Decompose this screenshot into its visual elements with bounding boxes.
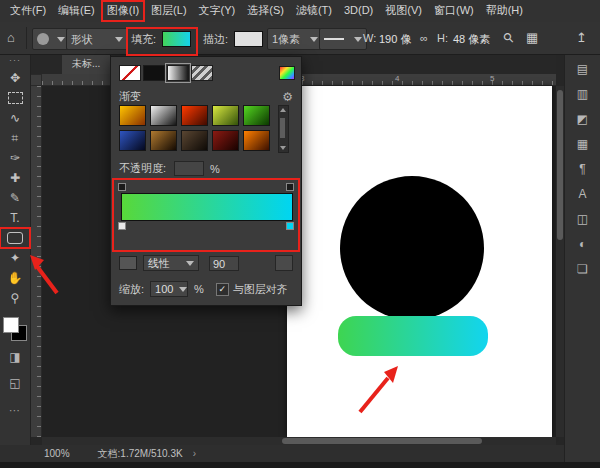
canvas-artboard[interactable]	[287, 86, 552, 437]
color-stop-right[interactable]	[286, 222, 294, 230]
horizontal-scrollbar[interactable]	[42, 437, 556, 445]
share-icon[interactable]: ↥	[576, 30, 587, 46]
link-dimensions-icon[interactable]: ∞	[420, 30, 428, 46]
opacity-stop-left[interactable]	[118, 183, 126, 191]
gradient-preset-10[interactable]	[243, 130, 270, 151]
stroke-line-icon	[324, 38, 344, 40]
gradient-preset-2[interactable]	[150, 105, 177, 126]
pattern-fill-button[interactable]	[191, 65, 213, 81]
align-layer-checkbox[interactable]: ✓	[216, 283, 229, 296]
fill-swatch[interactable]	[162, 31, 191, 47]
menu-item-5[interactable]: 文字(Y)	[193, 0, 242, 22]
presets-scrollbar[interactable]	[278, 105, 289, 153]
color-stop-left[interactable]	[118, 222, 126, 230]
layers-panel-icon[interactable]: ❏	[571, 260, 595, 280]
document-tab[interactable]: 未标...	[62, 54, 111, 74]
paragraph-panel-icon[interactable]: ¶	[571, 160, 595, 180]
angle-input[interactable]: 90	[209, 256, 239, 271]
screen-mode-icon[interactable]: ◱	[0, 374, 30, 394]
gradient-preset-6[interactable]	[119, 130, 146, 151]
scroll-up-icon[interactable]	[280, 108, 286, 112]
color-swatches	[2, 316, 28, 342]
gradient-style-select[interactable]: 线性	[143, 255, 199, 271]
no-fill-button[interactable]	[119, 65, 141, 81]
foreground-color-swatch[interactable]	[3, 317, 19, 333]
scale-label: 缩放:	[119, 282, 144, 297]
rectangle-tool-icon	[7, 232, 23, 244]
menu-item-11[interactable]: 帮助(H)	[480, 0, 529, 22]
gradient-preset-9[interactable]	[212, 130, 239, 151]
stroke-swatch[interactable]	[234, 31, 263, 47]
horizontal-scrollbar-thumb[interactable]	[282, 438, 482, 444]
tool-mode-select[interactable]: 形状	[66, 28, 128, 50]
search-icon[interactable]: ⚲	[500, 29, 518, 47]
stroke-style-select[interactable]	[319, 28, 367, 50]
quick-mask-icon[interactable]: ◨	[0, 348, 30, 368]
move-tool[interactable]: ✥	[0, 68, 30, 88]
type-tool[interactable]: T.	[0, 208, 30, 228]
width-value[interactable]: 190 像	[379, 32, 411, 47]
zoom-level[interactable]: 100%	[44, 448, 70, 459]
tool-preset-picker[interactable]	[32, 28, 70, 50]
color-panel-icon[interactable]: ◩	[571, 110, 595, 130]
menu-item-1[interactable]: 文件(F)	[4, 0, 52, 22]
character-panel-icon[interactable]: A	[571, 185, 595, 205]
gradient-preset-5[interactable]	[243, 105, 270, 126]
gradient-editor	[111, 181, 303, 245]
opacity-input[interactable]	[174, 161, 204, 176]
eyedropper-tool[interactable]: ✑	[0, 148, 30, 168]
document-tab-label: 未标...	[72, 58, 100, 69]
hand-tool[interactable]: ✋	[0, 268, 30, 288]
gradient-rounded-rect-shape[interactable]	[338, 316, 488, 356]
status-chevron-icon[interactable]: ›	[193, 448, 196, 459]
black-circle-shape[interactable]	[340, 176, 484, 320]
swatches-panel-icon[interactable]: ▦	[571, 135, 595, 155]
opacity-stop-right[interactable]	[286, 183, 294, 191]
brush-tool[interactable]: ✎	[0, 188, 30, 208]
libraries-panel-icon[interactable]: ◫	[571, 210, 595, 230]
solid-fill-button[interactable]	[143, 65, 165, 81]
menu-item-8[interactable]: 3D(D)	[338, 0, 379, 22]
lasso-tool[interactable]: ∿	[0, 108, 30, 128]
vertical-ruler[interactable]	[30, 86, 42, 437]
scroll-down-icon[interactable]	[280, 146, 286, 150]
height-value[interactable]: 48 像素	[453, 32, 490, 47]
home-icon[interactable]: ⌂	[7, 30, 15, 46]
stroke-width-select[interactable]: 1像素	[267, 28, 323, 50]
gradient-preset-1[interactable]	[119, 105, 146, 126]
gear-icon[interactable]: ⚙	[282, 90, 293, 104]
custom-shape-tool[interactable]: ✦	[0, 248, 30, 268]
workspace-icon[interactable]: ▦	[526, 30, 538, 46]
gradient-fill-button[interactable]	[167, 65, 189, 81]
panel-group1-icon[interactable]: ▤	[571, 60, 595, 80]
status-bar: 100% 文档:1.72M/510.3K ›	[0, 445, 564, 462]
toolbar-overflow-icon[interactable]: ⋯	[0, 404, 30, 418]
gradient-type-icon	[119, 256, 137, 270]
panel-group2-icon[interactable]: ▥	[571, 85, 595, 105]
marquee-tool[interactable]	[0, 88, 30, 108]
rectangle-tool[interactable]	[0, 228, 30, 248]
reverse-gradient-icon[interactable]	[275, 255, 293, 271]
vertical-scrollbar-thumb[interactable]	[557, 90, 563, 240]
gradient-preset-7[interactable]	[150, 130, 177, 151]
menu-item-7[interactable]: 滤镜(T)	[290, 0, 338, 22]
healing-brush-tool[interactable]: ✚	[0, 168, 30, 188]
menu-item-6[interactable]: 选择(S)	[241, 0, 290, 22]
presets-scrollbar-thumb[interactable]	[280, 118, 285, 138]
adjustments-panel-icon[interactable]: ◐	[571, 235, 595, 255]
menu-item-2[interactable]: 编辑(E)	[52, 0, 101, 22]
scale-select[interactable]: 100	[150, 281, 188, 297]
menu-item-10[interactable]: 窗口(W)	[428, 0, 480, 22]
menu-item-3[interactable]: 图像(I)	[101, 0, 145, 22]
gradient-preset-3[interactable]	[181, 105, 208, 126]
vertical-scrollbar[interactable]	[556, 86, 564, 437]
gradient-preset-8[interactable]	[181, 130, 208, 151]
gradient-preset-4[interactable]	[212, 105, 239, 126]
crop-tool[interactable]: ⌗	[0, 128, 30, 148]
color-picker-button[interactable]	[279, 66, 295, 80]
menu-item-9[interactable]: 视图(V)	[379, 0, 428, 22]
menu-item-4[interactable]: 图层(L)	[145, 0, 192, 22]
gradient-bar[interactable]	[121, 193, 293, 221]
toolbar-ellipsis-icon[interactable]: ···	[0, 54, 30, 68]
zoom-tool[interactable]: ⚲	[0, 288, 30, 308]
